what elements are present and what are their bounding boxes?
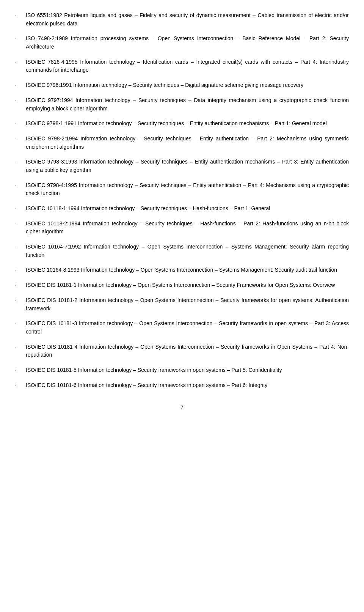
item-text: ISO 7498-2:1989 Information processing s… [26, 35, 349, 51]
bullet-icon: · [15, 281, 23, 289]
list-item: · ISO/IEC 9798-3:1993 Information techno… [15, 158, 349, 174]
item-text: ISO/IEC 9798-3:1993 Information technolo… [26, 158, 349, 174]
item-text: ISO/IEC DIS 10181-6 Information technolo… [26, 381, 349, 390]
bullet-icon: · [15, 120, 23, 127]
list-item: · ISO/IEC 10164-8:1993 Information techn… [15, 266, 349, 274]
item-text: ISO/IEC 9797:1994 Information technology… [26, 96, 349, 113]
item-text: ISO/IEC DIS 10181-2 Information technolo… [26, 296, 349, 313]
list-item: · ISO/IEC 10118-1:1994 Information techn… [15, 205, 349, 213]
list-item: · ISO/IEC 7816-4:1995 Information techno… [15, 58, 349, 74]
bullet-icon: · [15, 220, 23, 228]
item-text: ISO/IEC 7816-4:1995 Information technolo… [26, 58, 349, 74]
item-text: ISO/IEC 9796:1991 Information technology… [26, 81, 349, 90]
bullet-icon: · [15, 296, 23, 304]
bullet-icon: · [15, 158, 23, 166]
list-item: · ISO 7498-2:1989 Information processing… [15, 35, 349, 51]
item-text: ISO/IEC DIS 10181-1 Information technolo… [26, 281, 349, 289]
list-item: · ISO/IEC 9796:1991 Information technolo… [15, 81, 349, 90]
item-text: ISO/IEC 9798-1:1991 Information technolo… [26, 120, 349, 128]
list-item: · ISO/IEC DIS 10181-5 Information techno… [15, 366, 349, 374]
item-text: ISO/IEC 10164-8:1993 Information technol… [26, 266, 349, 274]
list-item: · ISO/IEC 9797:1994 Information technolo… [15, 96, 349, 113]
page-container: · ISO 6551:1982 Petroleum liquids and ga… [0, 0, 364, 612]
bullet-icon: · [15, 96, 23, 104]
bullet-icon: · [15, 319, 23, 327]
list-item: · ISO/IEC DIS 10181-2 Information techno… [15, 296, 349, 313]
list-item: · ISO/IEC DIS 10181-4 Information techno… [15, 343, 349, 359]
item-text: ISO/IEC 9798-4:1995 Information technolo… [26, 181, 349, 198]
bullet-icon: · [15, 58, 23, 66]
list-item: · ISO/IEC DIS 10181-3 Information techno… [15, 319, 349, 336]
bullet-icon: · [15, 81, 23, 89]
bullet-icon: · [15, 243, 23, 251]
list-item: · ISO 6551:1982 Petroleum liquids and ga… [15, 11, 349, 28]
item-text: ISO/IEC 10118-1:1994 Information technol… [26, 205, 349, 213]
bullet-icon: · [15, 35, 23, 42]
bullet-icon: · [15, 181, 23, 189]
item-text: ISO/IEC DIS 10181-5 Information technolo… [26, 366, 349, 374]
item-text: ISO/IEC DIS 10181-3 Information technolo… [26, 319, 349, 336]
list-item: · ISO/IEC 9798-1:1991 Information techno… [15, 120, 349, 128]
list-item: · ISO/IEC 10164-7:1992 Information techn… [15, 243, 349, 259]
list-item: · ISO/IEC DIS 10181-6 Information techno… [15, 381, 349, 390]
list-item: · ISO/IEC 9798-2:1994 Information techno… [15, 135, 349, 151]
bullet-icon: · [15, 266, 23, 274]
bullet-icon: · [15, 343, 23, 351]
bullet-icon: · [15, 381, 23, 389]
bullet-icon: · [15, 366, 23, 374]
bullet-icon: · [15, 135, 23, 143]
list-item: · ISO/IEC 10118-2:1994 Information techn… [15, 220, 349, 236]
item-text: ISO/IEC 10164-7:1992 Information technol… [26, 243, 349, 259]
page-number: 7 [15, 404, 349, 411]
item-text: ISO 6551:1982 Petroleum liquids and gase… [26, 11, 349, 28]
bullet-icon: · [15, 205, 23, 212]
bullet-icon: · [15, 11, 23, 19]
content-area: · ISO 6551:1982 Petroleum liquids and ga… [15, 11, 349, 389]
item-text: ISO/IEC DIS 10181-4 Information technolo… [26, 343, 349, 359]
item-text: ISO/IEC 10118-2:1994 Information technol… [26, 220, 349, 236]
list-item: · ISO/IEC DIS 10181-1 Information techno… [15, 281, 349, 289]
item-text: ISO/IEC 9798-2:1994 Information technolo… [26, 135, 349, 151]
list-item: · ISO/IEC 9798-4:1995 Information techno… [15, 181, 349, 198]
